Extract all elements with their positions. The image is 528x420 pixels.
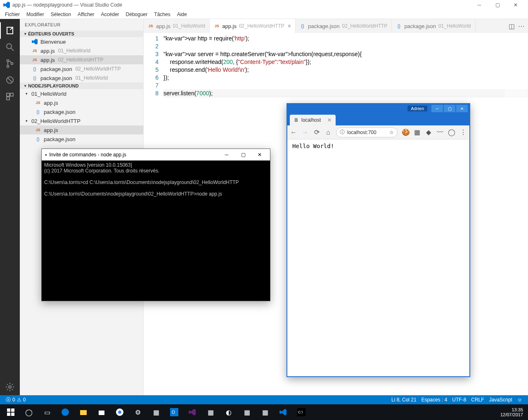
star-icon[interactable]: ☆: [389, 130, 394, 135]
code-line[interactable]: "kw-var">var http = require('http');: [163, 35, 528, 42]
code-line[interactable]: response.end('Hello World!\n');: [163, 66, 528, 74]
project-header[interactable]: ▾ NODEJSPLAYGROUND: [20, 83, 143, 89]
minimap[interactable]: [505, 33, 528, 395]
cmd-maximize[interactable]: ▢: [236, 152, 250, 158]
file-item[interactable]: JSapp.js: [20, 125, 143, 134]
chrome-tab[interactable]: 🗎 localhost ✕: [290, 115, 336, 125]
taskbar-app1[interactable]: ▦: [147, 406, 165, 419]
file-item[interactable]: JSapp.js: [20, 98, 143, 107]
cmd-close[interactable]: ✕: [253, 152, 267, 158]
taskbar-outlook[interactable]: O: [165, 406, 183, 419]
status-line-col[interactable]: Li 8, Col 21: [389, 397, 419, 403]
status-indent[interactable]: Espaces : 4: [419, 397, 450, 403]
taskbar-chrome[interactable]: [111, 406, 129, 419]
taskbar-explorer[interactable]: [74, 406, 92, 419]
close-button[interactable]: ✕: [507, 0, 525, 9]
menu-deboguer[interactable]: Déboguer: [123, 11, 151, 18]
file-item[interactable]: {}package.json: [20, 134, 143, 144]
status-encoding[interactable]: UTF-8: [450, 397, 469, 403]
svg-rect-14: [11, 413, 14, 416]
status-feedback[interactable]: ☺: [515, 397, 525, 403]
cmd-minimize[interactable]: ─: [220, 152, 234, 158]
chrome-ext1[interactable]: 🍪: [402, 128, 409, 136]
chrome-titlebar[interactable]: Adrien ─ ▢ ✕: [287, 104, 469, 113]
chrome-ext2[interactable]: ▦: [413, 128, 421, 136]
taskbar-settings[interactable]: ⚙: [129, 406, 147, 419]
open-editor-item[interactable]: {}package.json02_HelloWorldHTTP: [20, 64, 143, 73]
chrome-ext3[interactable]: ◆: [425, 128, 432, 136]
menu-taches[interactable]: Tâches: [151, 11, 173, 18]
chrome-ext4[interactable]: 〰: [436, 129, 444, 136]
tab-close[interactable]: ×: [288, 23, 291, 29]
more-icon[interactable]: ⋯: [518, 22, 525, 30]
editor-tab[interactable]: {}package.json02_HelloWorldHTTP: [296, 19, 392, 33]
split-editor-icon[interactable]: ◫: [509, 22, 515, 30]
folder-item[interactable]: ▾01_HelloWorld: [20, 89, 143, 98]
activity-search[interactable]: [0, 39, 20, 55]
taskbar-cmd[interactable]: C:\: [292, 406, 310, 419]
chrome-minimize[interactable]: ─: [431, 105, 443, 112]
open-editor-item[interactable]: JSapp.js01_HelloWorld: [20, 46, 143, 55]
chrome-addressbar[interactable]: ⓘ localhost:700 ☆: [336, 127, 398, 137]
menu-fichier[interactable]: Fichier: [2, 11, 23, 18]
menu-afficher[interactable]: Afficher: [74, 11, 97, 18]
taskbar-app4[interactable]: ▦: [256, 406, 274, 419]
status-lang[interactable]: JavaScript: [487, 397, 515, 403]
taskbar-edge[interactable]: [56, 406, 74, 419]
file-item[interactable]: {}package.json: [20, 107, 143, 116]
code-line[interactable]: response.writeHead(200, {"Content-Type":…: [163, 58, 528, 66]
taskbar-vscode[interactable]: [274, 406, 292, 419]
chrome-back[interactable]: ←: [290, 129, 297, 136]
status-eol[interactable]: CRLF: [469, 397, 486, 403]
code-line[interactable]: server.listen(7000);: [163, 90, 528, 97]
status-problems[interactable]: ⓧ0 ⚠0: [3, 396, 28, 403]
code-line[interactable]: [163, 42, 528, 50]
activity-scm[interactable]: [0, 55, 20, 72]
chrome-user-badge[interactable]: Adrien: [407, 106, 427, 111]
menu-aide[interactable]: Aide: [174, 11, 190, 18]
minimize-button[interactable]: ─: [470, 0, 488, 9]
taskbar-vs[interactable]: [183, 406, 201, 419]
chrome-ext5[interactable]: ◯: [448, 128, 455, 136]
chrome-maximize[interactable]: ▢: [444, 105, 455, 112]
code-line[interactable]: [163, 82, 528, 90]
menu-selection[interactable]: Sélection: [47, 11, 74, 18]
chrome-tab-title: localhost: [301, 117, 321, 123]
code-line[interactable]: "kw-var">var server = http.createServer(…: [163, 50, 528, 58]
chrome-menu[interactable]: ⋮: [459, 128, 467, 136]
editor-tab[interactable]: JSapp.js01_HelloWorld: [144, 19, 210, 33]
code-line[interactable]: });: [163, 74, 528, 82]
activity-explorer[interactable]: [0, 22, 20, 39]
cortana-icon[interactable]: ◯: [20, 406, 38, 419]
open-editors-header[interactable]: ▾ ÉDITEURS OUVERTS: [20, 31, 143, 37]
menu-acceder[interactable]: Accéder: [98, 11, 123, 18]
activity-debug[interactable]: [0, 72, 20, 88]
folder-item[interactable]: ▾02_HelloWorldHTTP: [20, 116, 143, 125]
open-editor-item[interactable]: Bienvenue: [20, 37, 143, 46]
chrome-window[interactable]: Adrien ─ ▢ ✕ 🗎 localhost ✕ ← → ⟳ ⌂ ⓘ loc…: [286, 103, 470, 377]
chrome-forward[interactable]: →: [301, 129, 309, 136]
task-view-icon[interactable]: ▭: [38, 406, 56, 419]
activity-settings[interactable]: [0, 379, 20, 395]
taskbar-eclipse[interactable]: ◐: [220, 406, 238, 419]
editor-tab[interactable]: JSapp.js02_HelloWorldHTTP×: [210, 19, 296, 33]
taskbar-app3[interactable]: ▦: [238, 406, 256, 419]
cmd-body[interactable]: Microsoft Windows [version 10.0.15063] (…: [42, 160, 270, 301]
start-button[interactable]: [2, 406, 20, 419]
chrome-home[interactable]: ⌂: [324, 129, 332, 136]
taskbar-store[interactable]: [92, 406, 111, 419]
cmd-titlebar[interactable]: ▪ Invite de commandes - node app.js ─ ▢ …: [42, 149, 270, 160]
command-prompt-window[interactable]: ▪ Invite de commandes - node app.js ─ ▢ …: [41, 149, 270, 301]
open-editor-item[interactable]: {}package.json01_HelloWorld: [20, 73, 143, 83]
activity-extensions[interactable]: [0, 88, 20, 105]
taskbar-app2[interactable]: ▦: [201, 406, 220, 419]
chrome-reload[interactable]: ⟳: [313, 128, 320, 136]
menu-modifier[interactable]: Modifier: [23, 11, 47, 18]
open-editor-item[interactable]: JSapp.js02_HelloWorldHTTP: [20, 55, 143, 64]
json-file-icon: {}: [31, 66, 38, 71]
editor-tab[interactable]: {}package.json01_HelloWorld: [392, 19, 475, 33]
system-tray[interactable]: 13:35 12/07/2017: [497, 407, 526, 417]
chrome-tab-close[interactable]: ✕: [327, 117, 331, 123]
maximize-button[interactable]: ▢: [488, 0, 507, 9]
chrome-close[interactable]: ✕: [456, 105, 468, 112]
